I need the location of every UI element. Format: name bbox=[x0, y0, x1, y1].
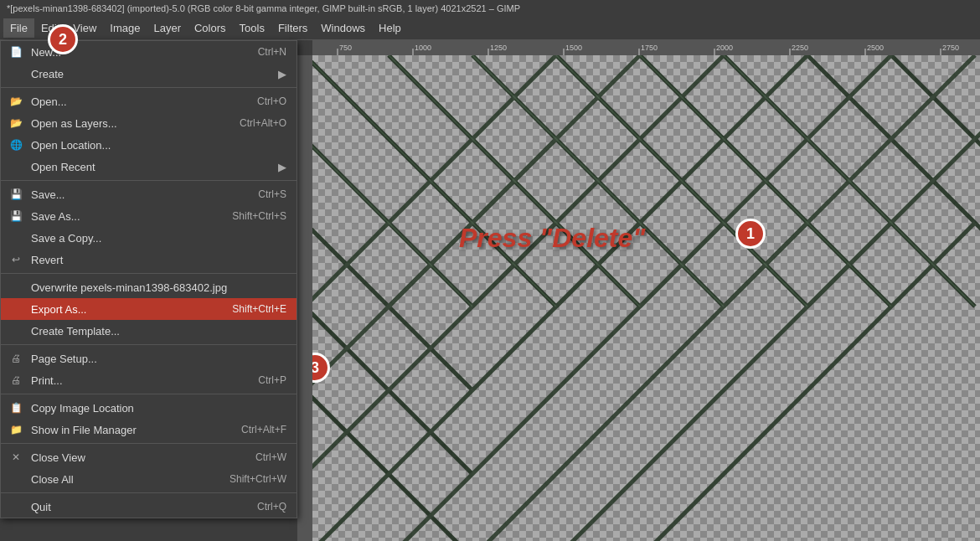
menu-image[interactable]: Image bbox=[103, 18, 147, 38]
menu-file[interactable]: File bbox=[3, 18, 34, 38]
svg-text:1250: 1250 bbox=[490, 44, 507, 52]
menu-close-all[interactable]: Close All Shift+Ctrl+W bbox=[1, 468, 297, 490]
title-text: *[pexels-minan1398-683402] (imported)-5.… bbox=[7, 3, 520, 13]
save-as-icon: 💾 bbox=[8, 210, 24, 222]
print-shortcut: Ctrl+P bbox=[241, 374, 286, 386]
create-arrow: ▶ bbox=[278, 68, 286, 80]
separator-5 bbox=[1, 394, 297, 394]
menu-colors[interactable]: Colors bbox=[188, 18, 233, 38]
open-shortcut: Ctrl+O bbox=[240, 95, 286, 107]
revert-label: Revert bbox=[31, 254, 63, 266]
menu-open-layers[interactable]: 📂 Open as Layers... Ctrl+Alt+O bbox=[1, 112, 297, 134]
menu-close-view[interactable]: ✕ Close View Ctrl+W bbox=[1, 446, 297, 468]
canvas-area: 750 1000 1250 1500 1750 2000 2250 2500 2… bbox=[297, 40, 980, 541]
overwrite-label: Overwrite pexels-minan1398-683402.jpg bbox=[31, 281, 227, 294]
show-manager-icon: 📁 bbox=[8, 424, 24, 435]
copy-location-label: Copy Image Location bbox=[31, 402, 134, 415]
svg-text:2750: 2750 bbox=[942, 44, 959, 52]
ruler-h-svg: 750 1000 1250 1500 1750 2000 2250 2500 2… bbox=[312, 40, 980, 55]
separator-2 bbox=[1, 180, 297, 181]
show-manager-label: Show in File Manager bbox=[31, 424, 137, 436]
open-label: Open... bbox=[31, 95, 67, 108]
title-bar: *[pexels-minan1398-683402] (imported)-5.… bbox=[0, 0, 980, 17]
menu-create[interactable]: Create ▶ bbox=[1, 63, 297, 85]
create-label: Create bbox=[31, 68, 64, 80]
menu-save-copy[interactable]: Save a Copy... bbox=[1, 227, 297, 249]
canvas-background: Press "Delete" 1 3 bbox=[312, 55, 980, 541]
show-manager-shortcut: Ctrl+Alt+F bbox=[224, 424, 286, 435]
open-layers-icon: 📂 bbox=[8, 117, 24, 129]
close-all-label: Close All bbox=[31, 473, 74, 486]
save-copy-label: Save a Copy... bbox=[31, 232, 101, 245]
export-shortcut: Shift+Ctrl+E bbox=[215, 303, 286, 315]
menu-tools[interactable]: Tools bbox=[233, 18, 271, 38]
badge-2: 2 bbox=[48, 24, 78, 54]
open-recent-arrow: ▶ bbox=[278, 161, 286, 173]
save-icon: 💾 bbox=[8, 188, 24, 200]
menu-print[interactable]: 🖨 Print... Ctrl+P bbox=[1, 369, 297, 391]
close-view-shortcut: Ctrl+W bbox=[239, 451, 286, 463]
save-shortcut: Ctrl+S bbox=[241, 188, 286, 200]
open-layers-shortcut: Ctrl+Alt+O bbox=[223, 117, 286, 129]
menu-layer[interactable]: Layer bbox=[147, 18, 188, 38]
revert-icon: ↩ bbox=[8, 254, 24, 265]
svg-text:1500: 1500 bbox=[565, 44, 582, 52]
menu-open-recent[interactable]: Open Recent ▶ bbox=[1, 156, 297, 178]
svg-text:1750: 1750 bbox=[641, 44, 658, 52]
svg-text:1000: 1000 bbox=[415, 44, 431, 52]
close-view-label: Close View bbox=[31, 451, 85, 464]
print-label: Print... bbox=[31, 374, 63, 387]
menu-save-as[interactable]: 💾 Save As... Shift+Ctrl+S bbox=[1, 205, 297, 227]
press-delete-annotation: Press "Delete" bbox=[459, 223, 645, 254]
svg-text:2250: 2250 bbox=[792, 44, 808, 52]
export-label: Export As... bbox=[31, 303, 86, 316]
close-view-icon: ✕ bbox=[8, 451, 24, 463]
ruler-horizontal: 750 1000 1250 1500 1750 2000 2250 2500 2… bbox=[312, 40, 980, 55]
copy-location-icon: 📋 bbox=[8, 402, 24, 414]
new-shortcut: Ctrl+N bbox=[241, 46, 286, 58]
save-label: Save... bbox=[31, 188, 64, 201]
fence-image bbox=[312, 55, 980, 541]
menu-quit[interactable]: Quit Ctrl+Q bbox=[1, 496, 297, 518]
open-icon: 📂 bbox=[8, 95, 24, 107]
menu-save[interactable]: 💾 Save... Ctrl+S bbox=[1, 183, 297, 205]
close-all-shortcut: Shift+Ctrl+W bbox=[213, 473, 286, 485]
open-layers-label: Open as Layers... bbox=[31, 117, 117, 130]
menu-filters[interactable]: Filters bbox=[271, 18, 314, 38]
separator-7 bbox=[1, 492, 297, 493]
open-location-label: Open Location... bbox=[31, 139, 111, 152]
create-template-label: Create Template... bbox=[31, 325, 120, 337]
menu-export-as[interactable]: Export As... Shift+Ctrl+E bbox=[1, 298, 297, 320]
quit-label: Quit bbox=[31, 501, 51, 513]
menu-revert[interactable]: ↩ Revert bbox=[1, 249, 297, 270]
menu-open-location[interactable]: 🌐 Open Location... bbox=[1, 134, 297, 156]
separator-1 bbox=[1, 87, 297, 88]
quit-shortcut: Ctrl+Q bbox=[240, 501, 286, 513]
ruler-vertical bbox=[297, 55, 312, 541]
save-as-label: Save As... bbox=[31, 210, 80, 223]
svg-text:2000: 2000 bbox=[716, 44, 733, 52]
menu-copy-location[interactable]: 📋 Copy Image Location bbox=[1, 397, 297, 419]
menu-bar: File Edit View Image Layer Colors Tools … bbox=[0, 17, 980, 40]
save-as-shortcut: Shift+Ctrl+S bbox=[215, 210, 286, 222]
menu-new[interactable]: 📄 New... Ctrl+N bbox=[1, 41, 297, 63]
separator-4 bbox=[1, 344, 297, 345]
menu-windows[interactable]: Windows bbox=[314, 18, 372, 38]
page-setup-icon: 🖨 bbox=[8, 353, 24, 364]
separator-6 bbox=[1, 443, 297, 444]
open-location-icon: 🌐 bbox=[8, 139, 24, 151]
file-dropdown: 📄 New... Ctrl+N Create ▶ 📂 Open... Ctrl+… bbox=[0, 40, 297, 518]
page-setup-label: Page Setup... bbox=[31, 353, 97, 365]
menu-open[interactable]: 📂 Open... Ctrl+O bbox=[1, 90, 297, 112]
svg-text:2500: 2500 bbox=[867, 44, 884, 52]
menu-overwrite[interactable]: Overwrite pexels-minan1398-683402.jpg bbox=[1, 276, 297, 298]
menu-create-template[interactable]: Create Template... bbox=[1, 320, 297, 342]
new-icon: 📄 bbox=[8, 46, 24, 58]
separator-3 bbox=[1, 273, 297, 274]
menu-page-setup[interactable]: 🖨 Page Setup... bbox=[1, 348, 297, 369]
svg-text:750: 750 bbox=[339, 44, 352, 52]
open-recent-label: Open Recent bbox=[31, 161, 95, 173]
menu-help[interactable]: Help bbox=[372, 18, 408, 38]
menu-show-manager[interactable]: 📁 Show in File Manager Ctrl+Alt+F bbox=[1, 419, 297, 441]
print-icon: 🖨 bbox=[8, 374, 24, 386]
